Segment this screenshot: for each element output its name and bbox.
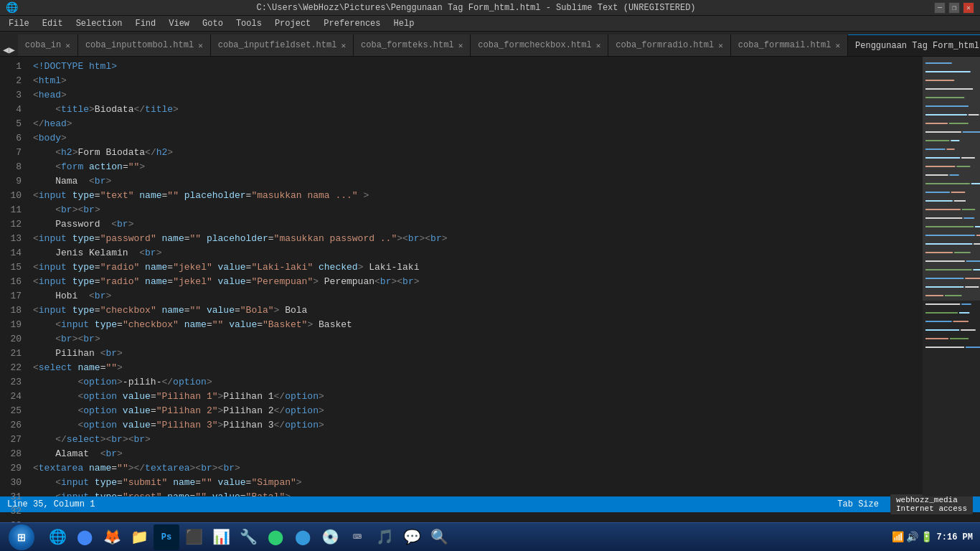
taskbar-icon-9[interactable]: 🎵 xyxy=(372,524,397,550)
code-line: Jenis Kelamin <br> xyxy=(33,246,917,260)
clock-time: 7:16 PM xyxy=(937,532,973,542)
tab-close-icon[interactable]: ✕ xyxy=(718,41,723,50)
taskbar-right: 📶 🔊 🔋 7:16 PM xyxy=(892,531,977,543)
code-line: <input type="checkbox" name="" value="Ba… xyxy=(33,318,917,332)
code-line: <input type="reset" name="" value="Batal… xyxy=(33,490,917,496)
tab-label: coba_formteks.html xyxy=(361,40,454,50)
tab-coba-formmail[interactable]: coba_formmail.html ✕ xyxy=(731,34,848,56)
menu-preferences[interactable]: Preferences xyxy=(318,17,386,30)
tab-close-icon[interactable]: ✕ xyxy=(65,41,70,50)
taskbar-skype-icon[interactable]: 💬 xyxy=(399,524,425,550)
tab-label: coba_formcheckbox.html xyxy=(478,40,591,50)
line-number: 24 xyxy=(0,390,22,404)
menu-selection[interactable]: Selection xyxy=(70,17,128,30)
code-line: <input type="checkbox" name="" value="Bo… xyxy=(33,303,917,318)
taskbar-keyboard-icon[interactable]: ⌨ xyxy=(344,524,370,550)
tab-close-icon[interactable]: ✕ xyxy=(341,41,346,50)
tray-battery-icon: 🔋 xyxy=(920,531,933,543)
tab-coba-formcheckbox[interactable]: coba_formcheckbox.html ✕ xyxy=(471,34,608,56)
tab-coba-in[interactable]: coba_in ✕ xyxy=(18,34,78,56)
taskbar-red-icon[interactable]: ⬛ xyxy=(181,524,207,550)
system-clock: 7:16 PM xyxy=(937,532,973,542)
editor-container: 1234567891011121314151617181920212223242… xyxy=(0,57,980,496)
cursor-position: Line 35, Column 1 xyxy=(7,499,95,509)
menu-find[interactable]: Find xyxy=(129,17,161,30)
menu-edit[interactable]: Edit xyxy=(37,17,69,30)
code-line: <title>Biodata</title> xyxy=(33,103,917,117)
line-number: 4 xyxy=(0,103,22,117)
code-line: <option value="Pilihan 3">Pilihan 3</opt… xyxy=(33,418,917,433)
taskbar-green-icon[interactable]: ⬤ xyxy=(263,524,288,550)
line-numbers: 1234567891011121314151617181920212223242… xyxy=(0,57,27,496)
taskbar-chrome-icon[interactable]: ⬤ xyxy=(72,524,98,550)
tab-coba-inputfieldset[interactable]: coba_inputfieldset.html ✕ xyxy=(211,34,354,56)
line-number: 7 xyxy=(0,146,22,160)
tab-close-icon[interactable]: ✕ xyxy=(458,41,463,50)
tab-coba-formteks[interactable]: coba_formteks.html ✕ xyxy=(354,34,471,56)
minimize-button[interactable]: — xyxy=(934,2,946,14)
line-number: 30 xyxy=(0,476,22,490)
tray-network-icon: 📶 xyxy=(892,531,904,543)
status-bar-left: Line 35, Column 1 xyxy=(7,499,95,509)
tab-close-icon[interactable]: ✕ xyxy=(596,41,601,50)
tab-label: coba_formmail.html xyxy=(738,40,831,50)
taskbar-ps-icon[interactable]: Ps xyxy=(154,524,179,550)
line-number: 10 xyxy=(0,189,22,203)
code-line: Nama <br> xyxy=(33,174,917,189)
tab-close-icon[interactable]: ✕ xyxy=(198,41,203,50)
menu-bar: File Edit Selection Find View Goto Tools… xyxy=(0,16,980,32)
menu-project[interactable]: Project xyxy=(269,17,316,30)
menu-goto[interactable]: Goto xyxy=(197,17,229,30)
system-tray: 📶 🔊 🔋 xyxy=(892,531,933,543)
tab-label: coba_in xyxy=(25,40,61,50)
line-number: 28 xyxy=(0,447,22,461)
taskbar-office-icon[interactable]: 📊 xyxy=(208,524,234,550)
menu-file[interactable]: File xyxy=(3,17,35,30)
taskbar-firefox-icon[interactable]: 🦊 xyxy=(99,524,125,550)
tab-label: Penggunaan Tag Form_html.html xyxy=(855,41,980,51)
code-line: <option value="Pilihan 2">Pilihan 2</opt… xyxy=(33,404,917,418)
code-editor[interactable]: <!DOCTYPE html><html><head> <title>Bioda… xyxy=(27,57,923,496)
code-line: <option value="Pilihan 1">Pilihan 1</opt… xyxy=(33,390,917,404)
code-line: </head> xyxy=(33,117,917,131)
line-number: 25 xyxy=(0,404,22,418)
tab-close-icon[interactable]: ✕ xyxy=(835,41,840,50)
tab-size-label[interactable]: Tab Size xyxy=(837,499,879,509)
code-line: <!DOCTYPE html> xyxy=(33,60,917,74)
code-line: <br><br> xyxy=(33,203,917,217)
start-button[interactable]: ⊞ xyxy=(3,524,40,550)
tab-coba-formradio[interactable]: coba_formradio.html ✕ xyxy=(608,34,730,56)
menu-help[interactable]: Help xyxy=(388,17,420,30)
taskbar-folder-icon[interactable]: 📁 xyxy=(126,524,152,550)
code-line: <input type="password" name="" placehold… xyxy=(33,232,917,246)
tab-coba-inputtombol[interactable]: coba_inputtombol.html ✕ xyxy=(78,34,211,56)
line-number: 21 xyxy=(0,347,22,361)
tab-bar: ◀▶ coba_in ✕ coba_inputtombol.html ✕ cob… xyxy=(0,32,980,57)
line-number: 5 xyxy=(0,117,22,131)
menu-tools[interactable]: Tools xyxy=(230,17,268,30)
tab-penggunaan-tag-form[interactable]: Penggunaan Tag Form_html.html ✕ xyxy=(848,34,980,56)
code-line: <body> xyxy=(33,131,917,146)
minimap xyxy=(923,57,980,496)
taskbar-ie-icon[interactable]: 🌐 xyxy=(44,524,70,550)
taskbar: ⊞ 🌐 ⬤ 🦊 📁 Ps ⬛ 📊 🔧 ⬤ ⬤ 💿 ⌨ 🎵 💬 🔍 📶 🔊 🔋 7… xyxy=(0,522,980,551)
maximize-button[interactable]: ❐ xyxy=(948,2,960,14)
code-line: Pilihan <br> xyxy=(33,347,917,361)
taskbar-icon-7[interactable]: 💿 xyxy=(317,524,343,550)
code-line: <input type="text" name="" placeholder="… xyxy=(33,189,917,203)
taskbar-icon-11[interactable]: 🔍 xyxy=(426,524,452,550)
line-number: 14 xyxy=(0,246,22,260)
taskbar-blue-icon[interactable]: ⬤ xyxy=(290,524,316,550)
line-number: 1 xyxy=(0,60,22,74)
code-line: Hobi <br> xyxy=(33,289,917,303)
close-button[interactable]: ✕ xyxy=(963,2,974,14)
line-number: 3 xyxy=(0,88,22,103)
line-number: 16 xyxy=(0,275,22,289)
line-number: 17 xyxy=(0,289,22,303)
line-number: 26 xyxy=(0,418,22,433)
code-line: Password <br> xyxy=(33,217,917,232)
line-number: 19 xyxy=(0,318,22,332)
menu-view[interactable]: View xyxy=(163,17,195,30)
taskbar-tool-icon[interactable]: 🔧 xyxy=(235,524,261,550)
tab-nav-arrows[interactable]: ◀▶ xyxy=(0,44,18,56)
